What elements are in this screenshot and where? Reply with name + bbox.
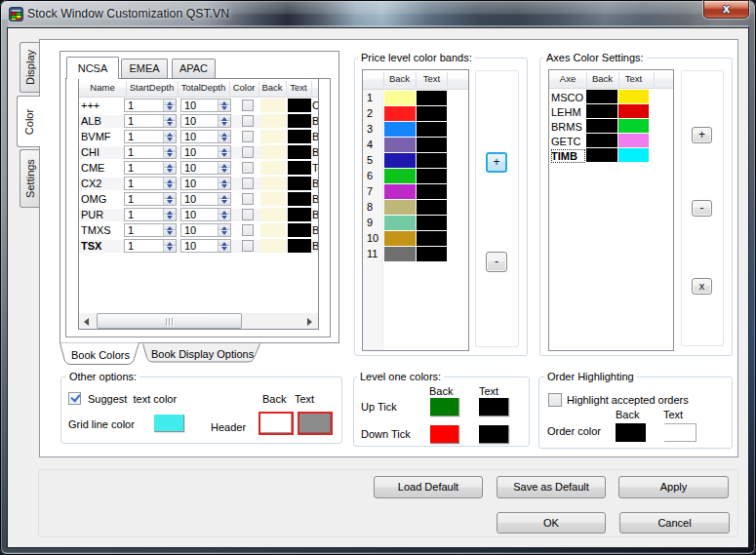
svg-text:Book Display Options: Book Display Options [151, 348, 255, 360]
svg-text:Book Colors: Book Colors [71, 349, 130, 361]
